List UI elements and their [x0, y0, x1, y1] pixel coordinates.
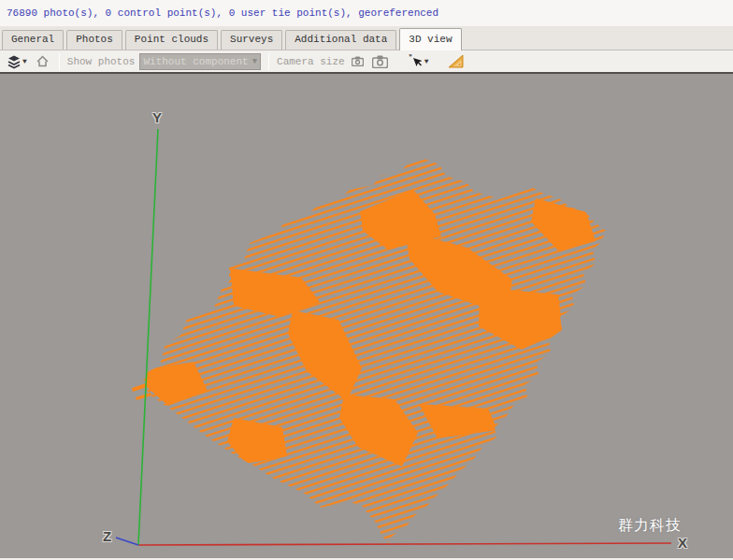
- flight-lines-pattern: [122, 139, 631, 558]
- toolbar-separator: [268, 53, 269, 70]
- toolbar-separator: [59, 53, 60, 70]
- tab-3d-view[interactable]: 3D view: [399, 28, 461, 50]
- y-axis-label: Y: [152, 109, 162, 125]
- layers-icon: [7, 54, 22, 69]
- home-icon: [36, 54, 50, 68]
- tab-bar: General Photos Point clouds Surveys Addi…: [0, 26, 733, 50]
- show-photos-label: Show photos: [67, 56, 136, 67]
- layers-dropdown-arrow: ▼: [22, 57, 27, 65]
- tab-surveys[interactable]: Surveys: [221, 30, 282, 50]
- component-filter-value: Without component: [143, 56, 248, 67]
- vendor-watermark: 群力科技: [618, 516, 682, 536]
- svg-text:*: *: [409, 54, 412, 62]
- tab-photos[interactable]: Photos: [66, 30, 122, 50]
- y-axis-line: [138, 129, 158, 545]
- decrease-camera-size-button[interactable]: [350, 52, 366, 71]
- measurement-tool-button[interactable]: [446, 52, 466, 71]
- chevron-down-icon: ▼: [252, 57, 257, 66]
- tab-general[interactable]: General: [2, 30, 64, 50]
- 3d-view-toolbar: ▼ Show photos Without component ▼ Camera…: [0, 50, 733, 74]
- measure-triangle-icon: [448, 54, 464, 68]
- tab-additional-data[interactable]: Additional data: [285, 30, 396, 50]
- home-view-button[interactable]: [34, 52, 51, 71]
- camera-small-icon: [352, 56, 364, 66]
- 3d-viewport[interactable]: Y Z X 群力科技: [0, 74, 733, 558]
- x-axis-line: [138, 543, 671, 545]
- increase-camera-size-button[interactable]: [370, 52, 390, 71]
- camera-size-label: Camera size: [277, 56, 345, 67]
- selection-dropdown-arrow: ▼: [424, 57, 429, 65]
- app-window: 76890 photo(s), 0 control point(s), 0 us…: [0, 0, 733, 560]
- z-axis-line: [116, 538, 138, 545]
- tab-point-clouds[interactable]: Point clouds: [125, 30, 218, 50]
- selection-tool-button[interactable]: * ▼: [407, 52, 431, 71]
- z-axis-label: Z: [103, 528, 111, 544]
- component-filter-dropdown[interactable]: Without component ▼: [139, 53, 261, 70]
- 3d-scene: [0, 74, 733, 558]
- status-bar: 76890 photo(s), 0 control point(s), 0 us…: [0, 0, 733, 26]
- camera-large-icon: [372, 55, 388, 68]
- project-status-text: 76890 photo(s), 0 control point(s), 0 us…: [7, 7, 438, 19]
- flight-line-stub: [136, 393, 151, 400]
- layers-button[interactable]: ▼: [5, 52, 29, 71]
- x-axis-label: X: [678, 535, 687, 551]
- select-wand-icon: *: [409, 54, 424, 69]
